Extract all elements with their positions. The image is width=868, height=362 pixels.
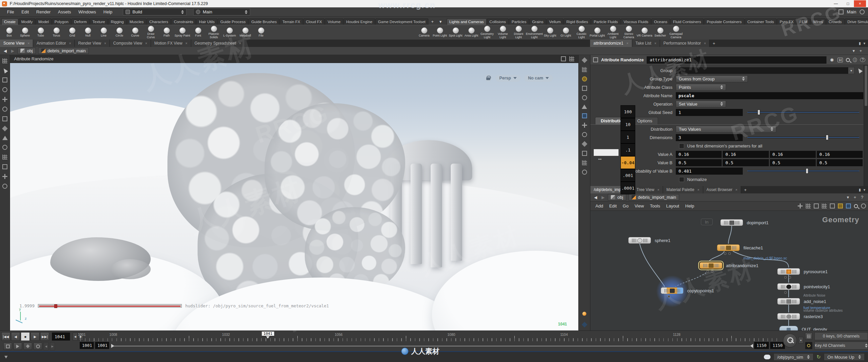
next-key-button[interactable]: ▶ [50, 342, 55, 350]
viewport-options-icon[interactable] [569, 56, 574, 61]
pane-menu-icon[interactable]: ▾ [863, 188, 865, 192]
shelf-tool[interactable]: GI Light [558, 26, 574, 39]
measure-tool-icon[interactable] [2, 174, 7, 179]
close-icon[interactable]: × [239, 41, 241, 45]
lighting-icon[interactable] [582, 77, 587, 81]
pane-tab[interactable]: Geometry Spreadsheet × [191, 39, 245, 47]
view-mode-icon[interactable] [582, 57, 587, 63]
menu-item[interactable]: View [631, 202, 647, 210]
menu-item[interactable]: Edit [18, 8, 32, 16]
hud-slider[interactable]: 1.9999 hudslider: /obj/pyro_sim/source_f… [20, 303, 329, 308]
menu-item[interactable]: Edit [606, 202, 620, 210]
shelf-tab[interactable]: Terrain FX [280, 19, 303, 25]
node-flags[interactable] [707, 270, 713, 273]
key-icon[interactable] [805, 342, 812, 349]
node-attribrandomize1[interactable]: attribrandomize1 [700, 262, 722, 269]
radial-menu-label[interactable]: Main [847, 9, 856, 15]
dimensions-input[interactable]: 3 [676, 134, 743, 141]
network-search-icon[interactable] [854, 204, 858, 208]
shelf-tool[interactable]: Area Light [463, 26, 479, 39]
close-icon[interactable]: × [697, 188, 699, 192]
pane-tab[interactable]: Motion FX View × [151, 39, 191, 47]
key-options-icon[interactable]: ▾ [798, 337, 803, 343]
display-points-icon[interactable] [582, 95, 587, 100]
shelf-tool[interactable]: Environment Light [526, 26, 542, 39]
value-field[interactable]: 0.5 [770, 159, 816, 166]
slider-handle[interactable] [757, 110, 760, 115]
shelf-tool[interactable]: Sky Light [542, 26, 558, 39]
lasso-select-icon[interactable] [2, 87, 7, 92]
go-to-end-button[interactable]: ▶▶| [40, 332, 49, 341]
ladder-cell[interactable]: 100 [621, 105, 635, 118]
camera-lock-icon[interactable] [582, 86, 587, 91]
stop-button[interactable]: ■ [21, 332, 30, 341]
group-list-icon[interactable] [582, 132, 587, 137]
menu-item[interactable]: Add [592, 202, 606, 210]
back-icon[interactable]: ◀ [3, 49, 8, 53]
range-start-input[interactable]: 1001 [80, 342, 94, 349]
node-flags[interactable] [724, 252, 731, 255]
shelf-tab[interactable]: Muscles [127, 19, 146, 25]
shelf-tool[interactable]: Distant Light [511, 26, 526, 39]
slider-handle[interactable] [826, 135, 829, 140]
help-icon[interactable]: ? [860, 58, 865, 62]
pose-tool-icon[interactable] [2, 126, 8, 131]
close-icon[interactable]: × [654, 41, 656, 45]
network-overview-icon[interactable] [861, 203, 866, 208]
shelf-tab[interactable]: Lights and Cameras [447, 19, 487, 25]
sticky-note-icon[interactable] [838, 203, 843, 208]
pane-tab-add-icon[interactable]: + [741, 186, 750, 193]
pane-tab[interactable]: Performance Monitor × [660, 39, 710, 47]
pane-tab[interactable]: attribrandomize1 × [590, 39, 632, 47]
pane-grip-icon[interactable] [2, 58, 7, 63]
attribute-class-dropdown[interactable]: Points [676, 84, 726, 91]
pane-pin-icon[interactable]: ▮ [859, 188, 861, 192]
refresh-icon[interactable]: ↻ [816, 354, 821, 360]
node-name-input[interactable]: attribrandomize1 [647, 56, 826, 64]
value-field[interactable]: 0.16 [770, 151, 816, 158]
path-add-icon[interactable]: + [854, 195, 856, 200]
shelf-tool[interactable]: Platonic Solids [206, 26, 222, 39]
step-back-button[interactable]: ◀ [73, 333, 78, 340]
main-selector[interactable]: Main [193, 8, 250, 16]
pane-tab-add-icon[interactable]: + [710, 39, 718, 47]
pane-tab[interactable]: Asset Browser × [703, 186, 741, 193]
pane-tab[interactable]: Tree View × [633, 186, 663, 193]
path-help-icon[interactable]: ? [861, 195, 863, 200]
shelf-tool[interactable]: Switcher [652, 26, 668, 39]
display-options-icon[interactable] [582, 170, 587, 175]
menu-extra-icon[interactable] [860, 9, 865, 15]
close-icon[interactable]: × [657, 188, 659, 192]
export-keys-toggle[interactable] [3, 342, 12, 350]
shelf-tool[interactable]: Torus [49, 26, 64, 39]
shelf-tab[interactable]: Collisions [487, 19, 509, 25]
play-button[interactable]: ▶ [30, 332, 39, 341]
shelf-tab[interactable]: Viscous Fluids [621, 19, 651, 25]
shelf-tab[interactable]: Vellum [547, 19, 564, 25]
minimize-button[interactable]: — [830, 0, 842, 7]
shelf-tool[interactable]: Metaball [238, 26, 253, 39]
message-log-icon[interactable] [4, 356, 8, 358]
range-end2-input[interactable]: 1150 [770, 342, 785, 349]
value-field[interactable]: 0.16 [676, 151, 722, 158]
shelf-tab[interactable]: Populate Containers [704, 19, 744, 25]
set-key-button[interactable] [783, 334, 797, 347]
back-icon[interactable]: ◀ [593, 195, 598, 200]
shelf-tool[interactable]: Point Light [432, 26, 448, 39]
shelf-tool[interactable]: Caustic Light [574, 26, 589, 39]
shelf-tool[interactable]: Spot Light [448, 26, 463, 39]
breadcrumb-node[interactable]: debris_import_main [628, 194, 679, 200]
display-normals-icon[interactable] [582, 105, 587, 109]
ladder-cell[interactable]: 1 [621, 131, 635, 143]
go-to-start-button[interactable]: |◀◀ [1, 332, 10, 341]
node-sphere1[interactable]: sphere1 [628, 237, 651, 244]
prev-key-button[interactable]: ◀ [43, 342, 49, 350]
value-field[interactable]: 0.16 [723, 151, 769, 158]
slider-handle[interactable] [806, 168, 808, 174]
shelf-tool[interactable]: VR Camera [637, 26, 652, 39]
node-filecache1[interactable]: filecache1 main_debris_cl.$F.bgeo.sc [717, 244, 740, 251]
shelf-tab[interactable]: Deform [71, 19, 89, 25]
shelf-tab[interactable]: Texture [90, 19, 108, 25]
shelf-tool[interactable]: Gamepad Camera [668, 26, 684, 39]
shelf-tool[interactable]: Box [1, 26, 17, 39]
